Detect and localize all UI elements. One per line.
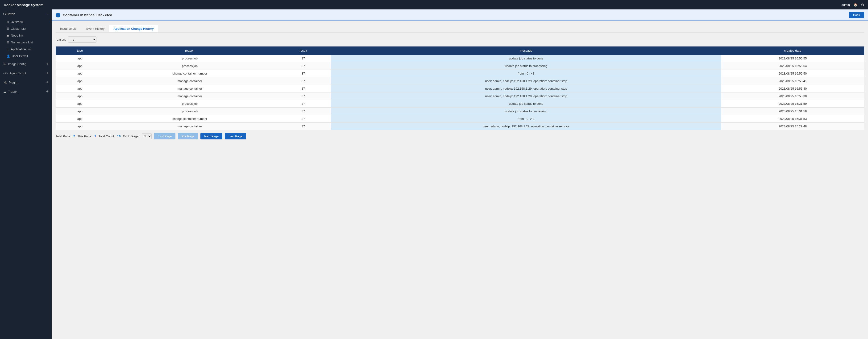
- cell-reason: change container number: [104, 70, 275, 78]
- total-count-value: 16: [117, 134, 121, 138]
- next-page-button[interactable]: Next Page: [200, 133, 222, 140]
- total-page-value: 2: [73, 134, 75, 138]
- user-icon: 👤: [7, 55, 10, 58]
- cluster-list-icon: ☰: [7, 27, 9, 30]
- navbar: Docker Manage System admin 🏠 ⏻: [0, 0, 868, 9]
- cell-result: 37: [275, 85, 331, 92]
- sidebar-item-cluster-list[interactable]: ☰ Cluster List: [0, 25, 52, 32]
- reason-filter-select[interactable]: --/--: [68, 36, 96, 43]
- sidebar-item-label: Node Init: [11, 34, 23, 37]
- expand-icon: +: [46, 80, 49, 85]
- tab-instance-list[interactable]: Instance List: [56, 25, 82, 32]
- cell-created-date: 2023/08/25 15:29:48: [721, 123, 864, 130]
- goto-label: Go to Page:: [123, 134, 140, 138]
- cell-type: app: [56, 107, 104, 115]
- prev-page-button[interactable]: Pre Page: [178, 133, 198, 140]
- tab-event-history[interactable]: Event History: [82, 25, 109, 32]
- agent-script-icon: </>: [3, 71, 8, 75]
- cell-type: app: [56, 62, 104, 70]
- this-page-label: This Page:: [78, 134, 92, 138]
- col-created-date: created date: [721, 47, 864, 55]
- sidebar-item-label: Namespace List: [11, 40, 33, 44]
- cell-reason: change container number: [104, 115, 275, 123]
- cell-result: 37: [275, 100, 331, 107]
- col-type: type: [56, 47, 104, 55]
- cell-type: app: [56, 85, 104, 92]
- content-area: Instance List Event History Application …: [52, 21, 868, 144]
- sidebar-item-application-list[interactable]: ☰ Application List: [0, 46, 52, 53]
- expand-icon: +: [46, 62, 49, 66]
- cell-created-date: 2023/08/25 16:55:40: [721, 85, 864, 92]
- table-row: app manage container 37 user: admin, nod…: [56, 85, 864, 92]
- first-page-button[interactable]: First Page: [154, 133, 176, 140]
- sidebar-item-overview[interactable]: ⊕ Overview: [0, 19, 52, 25]
- image-config-icon: 🖼: [3, 62, 6, 66]
- sidebar-group-image-config[interactable]: 🖼 Image Config +: [0, 59, 52, 69]
- cell-type: app: [56, 92, 104, 100]
- this-page-value: 1: [94, 134, 96, 138]
- expand-icon: +: [46, 89, 49, 94]
- back-button[interactable]: Back: [849, 12, 864, 18]
- pagination-bar: Total Page: 2 This Page: 1 Total Count: …: [56, 130, 864, 141]
- sidebar-item-label: User Permit: [12, 54, 28, 58]
- sidebar-item-label: Cluster List: [11, 27, 26, 30]
- cell-reason: manage container: [104, 92, 275, 100]
- cell-message: update job status to processing: [331, 107, 721, 115]
- cell-type: app: [56, 123, 104, 130]
- cell-message: user: admin, nodelp: 192.168.1.29, opera…: [331, 92, 721, 100]
- sidebar-group-label: Traefik: [8, 90, 17, 93]
- cell-created-date: 2023/08/25 16:55:41: [721, 78, 864, 85]
- table-row: app process job 37 update job status to …: [56, 100, 864, 107]
- cell-reason: process job: [104, 107, 275, 115]
- table-row: app manage container 37 user: admin, nod…: [56, 92, 864, 100]
- sidebar-item-namespace-list[interactable]: ☰ Namespace List: [0, 39, 52, 46]
- sidebar-cluster-header[interactable]: Cluster −: [0, 9, 52, 19]
- navbar-user: admin: [842, 3, 850, 7]
- total-page-label: Total Page:: [56, 134, 71, 138]
- table-row: app manage container 37 user: admin, nod…: [56, 123, 864, 130]
- cell-created-date: 2023/08/25 15:31:58: [721, 107, 864, 115]
- sidebar-group-traefik[interactable]: ☁ Traefik +: [0, 87, 52, 96]
- cell-type: app: [56, 70, 104, 78]
- table-row: app process job 37 update job status to …: [56, 62, 864, 70]
- sidebar-item-node-init[interactable]: ▣ Node Init: [0, 32, 52, 39]
- cell-result: 37: [275, 78, 331, 85]
- cell-result: 37: [275, 55, 331, 62]
- home-icon[interactable]: 🏠: [854, 3, 858, 7]
- sidebar-item-user-permit[interactable]: 👤 User Permit: [0, 53, 52, 59]
- sidebar-group-label: Image Config: [8, 62, 26, 66]
- traefik-icon: ☁: [3, 90, 6, 93]
- cell-result: 37: [275, 92, 331, 100]
- cell-type: app: [56, 55, 104, 62]
- cell-result: 37: [275, 123, 331, 130]
- namespace-icon: ☰: [7, 41, 9, 44]
- cell-result: 37: [275, 115, 331, 123]
- cluster-label: Cluster: [3, 12, 14, 16]
- node-init-icon: ▣: [7, 34, 9, 37]
- info-icon: i: [56, 13, 60, 18]
- data-table: type reason result message created date …: [56, 47, 864, 130]
- filter-row: reason: --/--: [56, 36, 864, 43]
- table-row: app change container number 37 from - 0 …: [56, 115, 864, 123]
- table-row: app process job 37 update job status to …: [56, 107, 864, 115]
- col-message: message: [331, 47, 721, 55]
- cell-message: from - 0 -> 3: [331, 70, 721, 78]
- cell-created-date: 2023/08/25 16:55:50: [721, 70, 864, 78]
- cell-reason: manage container: [104, 78, 275, 85]
- last-page-button[interactable]: Last Page: [225, 133, 246, 140]
- col-reason: reason: [104, 47, 275, 55]
- sidebar-group-agent-script[interactable]: </> Agent Script +: [0, 69, 52, 78]
- tab-app-change-history[interactable]: Application Change History: [109, 25, 158, 32]
- cell-type: app: [56, 100, 104, 107]
- page-goto-select[interactable]: 1 2: [142, 133, 152, 139]
- page-header: i Container Instance List - etcd Back: [52, 9, 868, 21]
- reason-filter-label: reason:: [56, 38, 66, 41]
- sidebar: Cluster − ⊕ Overview ☰ Cluster List ▣ No…: [0, 9, 52, 339]
- sidebar-group-plugin[interactable]: 🔌 Plugin +: [0, 78, 52, 87]
- power-icon[interactable]: ⏻: [861, 3, 864, 7]
- cell-created-date: 2023/08/25 16:55:54: [721, 62, 864, 70]
- cell-result: 37: [275, 70, 331, 78]
- cell-message: from - 0 -> 3: [331, 115, 721, 123]
- cell-reason: process job: [104, 100, 275, 107]
- col-result: result: [275, 47, 331, 55]
